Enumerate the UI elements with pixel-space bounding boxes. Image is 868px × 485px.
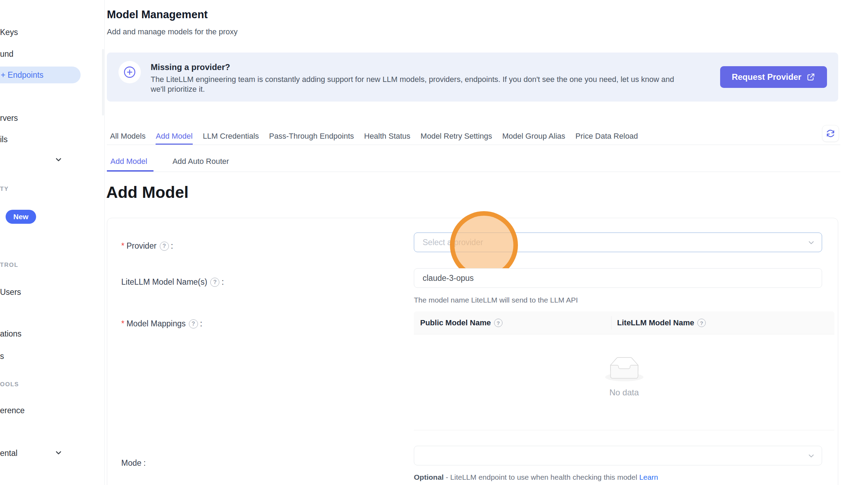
add-model-heading: Add Model — [106, 183, 189, 202]
request-provider-button[interactable]: Request Provider — [720, 66, 827, 88]
subtab-add-auto-router[interactable]: Add Auto Router — [168, 153, 234, 172]
tab-model-retry-settings[interactable]: Model Retry Settings — [421, 129, 492, 145]
new-badge-label: New — [13, 213, 28, 221]
model-mappings-label: * Model Mappings ? : — [121, 319, 202, 328]
sidebar-section-access-control: TROL — [0, 262, 18, 269]
tab-all-models[interactable]: All Models — [110, 129, 145, 145]
sidebar-item-teams[interactable]: s — [0, 351, 4, 361]
required-asterisk: * — [121, 241, 124, 251]
refresh-icon — [826, 129, 835, 138]
column-divider — [611, 316, 611, 330]
plus-circle-icon — [118, 61, 141, 83]
sidebar-item-mcp-servers[interactable]: rvers — [0, 113, 18, 123]
sidebar: Keys und + Endpoints rvers ils TY New TR… — [0, 0, 105, 485]
sidebar-item-api-reference[interactable]: erence — [0, 406, 25, 415]
label-colon: : — [200, 319, 202, 328]
sidebar-item-playground[interactable]: und — [0, 49, 13, 59]
column-header-litellm-model-name: LiteLLM Model Name ? — [617, 311, 706, 334]
sidebar-scrollbar[interactable] — [102, 49, 104, 116]
label-colon: : — [171, 241, 173, 251]
model-name-helper: The model name LiteLLM will send to the … — [414, 296, 578, 304]
help-icon[interactable]: ? — [210, 278, 219, 287]
external-link-icon — [806, 72, 815, 82]
refresh-button[interactable] — [822, 125, 839, 142]
page-subtitle: Add and manage models for the proxy — [107, 27, 238, 36]
label-colon: : — [221, 277, 224, 287]
model-mappings-table: Public Model Name ? LiteLLM Model Name ? — [414, 311, 834, 430]
help-icon[interactable]: ? — [494, 319, 503, 327]
banner-text-line2: we'll prioritize it. — [151, 85, 205, 94]
chevron-down-icon — [807, 238, 815, 249]
column-header-text: LiteLLM Model Name — [617, 318, 694, 327]
tab-add-model[interactable]: Add Model — [156, 129, 192, 145]
empty-inbox-icon — [605, 357, 643, 381]
model-name-label-text: LiteLLM Model Name(s) — [121, 277, 207, 287]
mode-helper-text: - LiteLLM endpoint to use when health ch… — [444, 473, 639, 481]
tab-model-group-alias[interactable]: Model Group Alias — [502, 129, 565, 145]
tab-llm-credentials[interactable]: LLM Credentials — [203, 129, 259, 145]
help-icon[interactable]: ? — [189, 319, 198, 328]
provider-label: * Provider ? : — [121, 241, 173, 251]
request-provider-label: Request Provider — [732, 72, 801, 82]
new-badge: New — [6, 210, 36, 224]
add-model-subtabs: Add Model Add Auto Router — [107, 153, 840, 172]
help-icon[interactable]: ? — [160, 242, 169, 251]
provider-select[interactable]: Select a provider — [414, 233, 822, 252]
no-data-text: No data — [414, 388, 834, 397]
add-model-form-card: * Provider ? : Select a provider LiteLLM… — [107, 218, 838, 485]
banner-text-line1: The LiteLLM engineering team is constant… — [151, 75, 674, 84]
mode-label-text: Mode — [121, 458, 142, 468]
model-name-value: claude-3-opus — [423, 273, 474, 283]
sidebar-item-label: + Endpoints — [1, 70, 43, 80]
sidebar-section-tools: OOLS — [0, 381, 19, 388]
sidebar-item-organizations[interactable]: ations — [0, 329, 21, 339]
required-asterisk: * — [121, 319, 124, 328]
sidebar-item-virtual-keys[interactable]: Keys — [0, 27, 18, 37]
mode-select[interactable] — [414, 446, 822, 465]
missing-provider-banner: Missing a provider? The LiteLLM engineer… — [107, 53, 838, 102]
chevron-down-icon[interactable] — [54, 449, 63, 457]
empty-state: No data — [414, 357, 834, 397]
model-mappings-label-text: Model Mappings — [127, 319, 186, 328]
sidebar-section-observability: TY — [0, 186, 9, 193]
provider-select-placeholder: Select a provider — [423, 238, 483, 247]
mode-helper: Optional - LiteLLM endpoint to use when … — [414, 473, 658, 481]
model-tabs: All Models Add Model LLM Credentials Pas… — [107, 129, 840, 145]
mode-helper-optional: Optional — [414, 473, 444, 481]
sidebar-item-guardrails[interactable]: ils — [0, 134, 8, 144]
sidebar-item-models-endpoints-active[interactable]: + Endpoints — [0, 67, 81, 83]
model-management-page: Keys und + Endpoints rvers ils TY New TR… — [0, 0, 868, 485]
learn-more-link[interactable]: Learn — [639, 473, 658, 481]
provider-label-text: Provider — [127, 241, 157, 251]
chevron-down-icon — [807, 452, 815, 462]
tab-health-status[interactable]: Health Status — [364, 129, 410, 145]
column-header-text: Public Model Name — [420, 318, 491, 327]
tab-pass-through-endpoints[interactable]: Pass-Through Endpoints — [269, 129, 354, 145]
help-icon[interactable]: ? — [697, 319, 706, 327]
model-name-input[interactable]: claude-3-opus — [414, 268, 822, 288]
model-name-label: LiteLLM Model Name(s) ? : — [121, 277, 224, 287]
banner-title: Missing a provider? — [151, 62, 230, 72]
label-colon: : — [144, 458, 146, 468]
page-title: Model Management — [107, 8, 208, 21]
subtab-add-model[interactable]: Add Model — [107, 153, 153, 172]
mode-label: Mode : — [121, 458, 146, 468]
sidebar-item-internal-users[interactable]: Users — [0, 287, 21, 297]
sidebar-item-experimental[interactable]: ental — [0, 448, 18, 458]
column-header-public-model-name: Public Model Name ? — [420, 311, 503, 334]
table-body-empty: No data — [414, 334, 834, 430]
tab-price-data-reload[interactable]: Price Data Reload — [575, 129, 638, 145]
chevron-down-icon[interactable] — [54, 155, 63, 164]
